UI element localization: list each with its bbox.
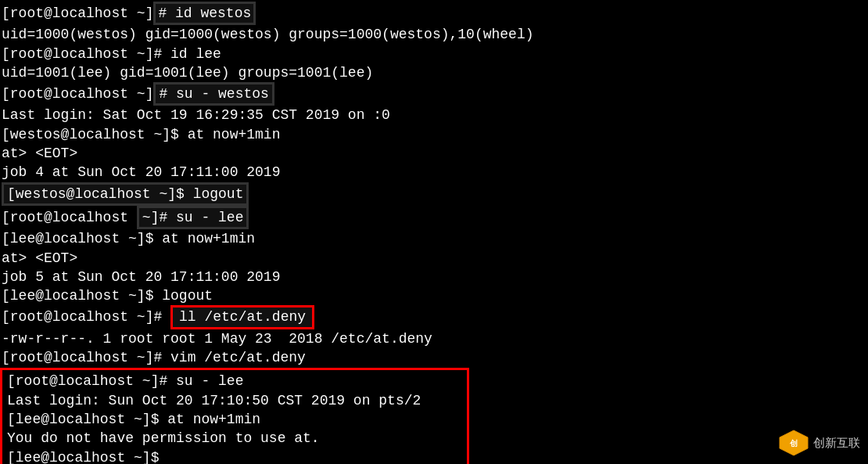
cmd-box-ll-deny: ll /etc/at.deny: [170, 305, 314, 329]
cmd-box: # id westos: [153, 2, 256, 25]
terminal-line: [root@localhost ~]# su - lee: [5, 372, 464, 390]
svg-text:创: 创: [789, 439, 798, 448]
terminal-line: [root@localhost ~]# su - westos: [0, 82, 868, 106]
terminal-line: Last login: Sun Oct 20 17:10:50 CST 2019…: [5, 391, 464, 410]
terminal-line: You do not have permission to use at.: [5, 429, 464, 448]
cmd-box-su-lee: ~]# su - lee: [137, 206, 249, 229]
terminal-line: [root@localhost ~]# id lee: [0, 45, 868, 63]
terminal-line: [lee@localhost ~]$ at now+1min: [5, 410, 464, 429]
terminal-line: job 4 at Sun Oct 20 17:11:00 2019: [0, 163, 868, 182]
red-box-section: [root@localhost ~]# su - lee Last login:…: [0, 368, 469, 464]
terminal-line: -rw-r--r--. 1 root root 1 May 23 2018 /e…: [0, 329, 868, 348]
watermark-text: 创新互联: [813, 436, 860, 451]
terminal-line: [lee@localhost ~]$ at now+1min: [0, 229, 868, 248]
terminal-line: [lee@localhost ~]$ logout: [0, 286, 868, 305]
terminal-line: Last login: Sat Oct 19 16:29:35 CST 2019…: [0, 106, 868, 124]
terminal-line: [westos@localhost ~]$ logout: [0, 182, 868, 206]
cmd-box-logout: [westos@localhost ~]$ logout: [2, 182, 249, 206]
terminal-line: [root@localhost ~]# vim /etc/at.deny: [0, 348, 868, 367]
terminal-line: [root@localhost ~]# id westos: [0, 2, 868, 25]
terminal-line: at> <EOT>: [0, 249, 868, 268]
terminal-line: [westos@localhost ~]$ at now+1min: [0, 125, 868, 144]
terminal-line: at> <EOT>: [0, 144, 868, 163]
terminal-line: [root@localhost ~]# ll /etc/at.deny: [0, 305, 868, 329]
watermark-logo: 创: [779, 430, 809, 456]
terminal-line: [root@localhost ~]# su - lee: [0, 206, 868, 229]
terminal: [root@localhost ~]# id westos uid=1000(w…: [0, 0, 868, 464]
cmd-box-su-westos: # su - westos: [153, 82, 274, 106]
terminal-line: [lee@localhost ~]$: [5, 448, 464, 464]
terminal-line: job 5 at Sun Oct 20 17:11:00 2019: [0, 268, 868, 286]
prompt: [root@localhost ~]: [2, 5, 153, 21]
terminal-line: uid=1001(lee) gid=1001(lee) groups=1001(…: [0, 63, 868, 82]
watermark: 创 创新互联: [779, 430, 860, 456]
terminal-line: uid=1000(westos) gid=1000(westos) groups…: [0, 25, 868, 44]
